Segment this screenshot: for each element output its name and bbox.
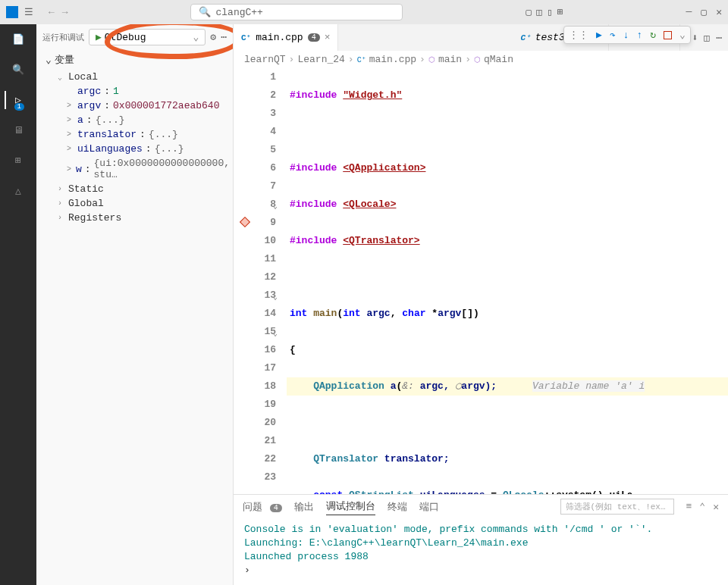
tab-ports[interactable]: 端口 xyxy=(419,499,439,515)
play-icon: ▶ xyxy=(96,31,102,43)
var-argc[interactable]: argc: 1 xyxy=(39,84,230,99)
debug-header: 运行和调试 ▶ QtDebug ⌄ ⚙ ⋯ xyxy=(36,24,233,50)
var-argv[interactable]: >argv: 0x000001772aeab640 xyxy=(39,99,230,113)
global-group[interactable]: ›Global xyxy=(39,196,230,211)
editor-area: C⁺ main.cpp 4 × ⋮⋮ ▶ ↷ ↓ ↑ ↻ ⌄ C⁺ test34… xyxy=(234,24,728,585)
tabs-bar: C⁺ main.cpp 4 × ⋮⋮ ▶ ↷ ↓ ↑ ↻ ⌄ C⁺ test34… xyxy=(234,24,728,51)
tab-output[interactable]: 输出 xyxy=(294,499,314,515)
code-lines[interactable]: #include "Widget.h" #include <QApplicati… xyxy=(287,68,728,494)
title-bar: ☰ ← → 🔍 clangC++ ▢ ◫ ▯ ⊞ — ▢ ✕ xyxy=(0,0,728,24)
vars-section[interactable]: ⌄ 变量 xyxy=(36,50,233,70)
panel-tabs: 问题 4 输出 调试控制台 终端 端口 筛选器(例如 text、!exclu… … xyxy=(234,495,728,518)
console-line: Launched process 1988 xyxy=(244,550,717,564)
continue-icon[interactable]: ▶ xyxy=(596,29,602,41)
layout-3-icon[interactable]: ▯ xyxy=(547,6,553,18)
layout-2-icon[interactable]: ◫ xyxy=(536,6,542,18)
command-center[interactable]: 🔍 clangC++ xyxy=(190,4,403,20)
layout-icons: ▢ ◫ ▯ ⊞ xyxy=(526,6,563,18)
stop-icon[interactable] xyxy=(664,31,672,39)
console-line: Launching: E:\clangC++\learnQT\Learn_24\… xyxy=(244,537,717,550)
filter-input[interactable]: 筛选器(例如 text、!exclu… xyxy=(560,499,674,515)
window-controls: — ▢ ✕ xyxy=(686,6,722,18)
config-name: QtDebug xyxy=(105,32,146,43)
step-out-icon[interactable]: ↑ xyxy=(636,30,642,41)
breadcrumb[interactable]: learnQT› Learn_24› C⁺main.cpp› ⬡main› ⬡q… xyxy=(234,51,728,68)
tab-terminal[interactable]: 终端 xyxy=(388,499,407,515)
step-into-icon[interactable]: ↓ xyxy=(623,30,629,41)
gear-icon[interactable]: ⚙ xyxy=(210,31,216,43)
chevron-up-icon[interactable]: ⌃ xyxy=(699,501,705,513)
tab-debug-console[interactable]: 调试控制台 xyxy=(326,498,375,515)
bottom-panel: 问题 4 输出 调试控制台 终端 端口 筛选器(例如 text、!exclu… … xyxy=(234,494,728,585)
more-icon[interactable]: ⋯ xyxy=(221,31,227,43)
tabs-right: ⬇ ◫ ⋯ xyxy=(692,32,728,44)
explorer-icon[interactable]: 📄 xyxy=(9,30,27,48)
restart-icon[interactable]: ↻ xyxy=(650,29,656,41)
problems-badge: 4 xyxy=(308,33,320,42)
search-icon: 🔍 xyxy=(199,6,211,18)
vars-tree: ⌄ Local argc: 1 >argv: 0x000001772aeab64… xyxy=(36,70,233,225)
settings-icon[interactable]: ≡ xyxy=(686,501,692,513)
chevron-down-icon: ⌄ xyxy=(193,31,199,43)
var-a[interactable]: >a: {...} xyxy=(39,113,230,127)
debug-icon[interactable]: ▷1 xyxy=(5,91,23,109)
local-group[interactable]: ⌄ Local xyxy=(39,70,230,84)
search-text: clangC++ xyxy=(215,7,262,18)
registers-group[interactable]: ›Registers xyxy=(39,211,230,225)
tab-main[interactable]: C⁺ main.cpp 4 × xyxy=(234,24,338,51)
debug-config-select[interactable]: ▶ QtDebug ⌄ xyxy=(89,29,206,45)
var-uiLanguages[interactable]: >uiLanguages: {...} xyxy=(39,142,230,156)
remote-icon[interactable]: 🖥 xyxy=(9,121,27,139)
more-icon[interactable]: ⋯ xyxy=(716,32,722,44)
menu-icon[interactable]: ☰ xyxy=(24,6,33,18)
static-group[interactable]: ›Static xyxy=(39,182,230,196)
console-line: Console is in 'evaluation' mode, prefix … xyxy=(244,523,717,537)
layout-1-icon[interactable]: ▢ xyxy=(526,6,532,18)
layout-4-icon[interactable]: ⊞ xyxy=(557,6,563,18)
close-panel-icon[interactable]: ✕ xyxy=(713,501,719,513)
minimize-icon[interactable]: — xyxy=(686,6,692,18)
debug-toolbar[interactable]: ⋮⋮ ▶ ↷ ↓ ↑ ↻ ⌄ xyxy=(563,26,691,44)
vscode-icon xyxy=(6,6,18,18)
cpp-icon: C⁺ xyxy=(357,55,366,64)
nav-back-icon[interactable]: ← xyxy=(49,7,55,18)
step-over-icon[interactable]: ↷ xyxy=(610,29,616,41)
activity-bar: 📄 🔍 ▷1 🖥 ⊞ △ xyxy=(0,24,36,585)
tab-problems[interactable]: 问题 4 xyxy=(243,499,282,515)
gutter: 1234567 8⌄ 9 101112 13⌄ 14 15⌄ 161718192… xyxy=(234,68,287,494)
code-editor[interactable]: 1234567 8⌄ 9 101112 13⌄ 14 15⌄ 161718192… xyxy=(234,68,728,494)
breakpoint-icon[interactable] xyxy=(240,217,250,227)
console-input[interactable]: › xyxy=(244,564,717,577)
chevron-down-icon: ⌄ xyxy=(46,54,52,66)
run-debug-label: 运行和调试 xyxy=(42,32,84,43)
maximize-icon[interactable]: ▢ xyxy=(701,6,707,18)
nav-arrows: ← → xyxy=(49,7,68,18)
function-icon: ⬡ xyxy=(474,55,481,64)
var-w[interactable]: >w: {ui:0x0000000000000000, stu… xyxy=(39,156,230,182)
var-translator[interactable]: >translator: {...} xyxy=(39,127,230,142)
testing-icon[interactable]: △ xyxy=(9,182,27,200)
chevron-down-icon[interactable]: ⌄ xyxy=(679,29,686,41)
nav-fwd-icon[interactable]: → xyxy=(62,7,68,18)
function-icon: ⬡ xyxy=(428,55,435,64)
search-icon[interactable]: 🔍 xyxy=(9,61,27,79)
cpp-icon: C⁺ xyxy=(520,33,530,42)
grip-icon[interactable]: ⋮⋮ xyxy=(569,29,588,41)
split-icon[interactable]: ◫ xyxy=(704,32,710,44)
chevron-down-icon: ⌄ xyxy=(58,73,65,82)
sidebar: 运行和调试 ▶ QtDebug ⌄ ⚙ ⋯ ⌄ 变量 ⌄ Local argc:… xyxy=(36,24,234,585)
close-tab-icon[interactable]: × xyxy=(325,32,331,43)
download-icon[interactable]: ⬇ xyxy=(692,32,698,44)
cpp-icon: C⁺ xyxy=(241,33,251,42)
extensions-icon[interactable]: ⊞ xyxy=(9,152,27,170)
close-icon[interactable]: ✕ xyxy=(716,6,722,18)
debug-console[interactable]: Console is in 'evaluation' mode, prefix … xyxy=(234,518,728,582)
